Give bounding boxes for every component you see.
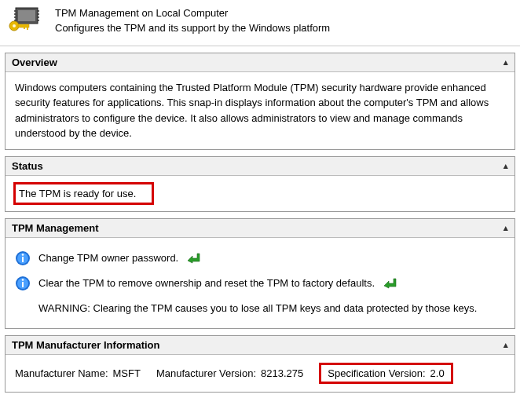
- manufacturer-header[interactable]: TPM Manufacturer Information ▴: [5, 336, 515, 355]
- collapse-arrow-icon: ▴: [504, 223, 508, 233]
- svg-point-11: [13, 24, 16, 27]
- warning-text: WARNING: Clearing the TPM causes you to …: [15, 296, 505, 321]
- header-title: TPM Management on Local Computer: [55, 6, 330, 21]
- overview-title: Overview: [12, 57, 57, 68]
- overview-body: Windows computers containing the Trusted…: [5, 72, 515, 149]
- specification-version-label: Specification Version:: [328, 367, 425, 379]
- svg-rect-14: [24, 27, 25, 29]
- collapse-arrow-icon: ▴: [504, 161, 508, 171]
- manufacturer-version-value: 8213.275: [261, 367, 303, 379]
- collapse-arrow-icon: ▴: [504, 57, 508, 68]
- manufacturer-name-group: Manufacturer Name: MSFT: [15, 367, 141, 379]
- info-icon: [15, 276, 31, 291]
- action-arrow-icon: [186, 253, 200, 264]
- svg-rect-12: [18, 24, 29, 27]
- svg-rect-13: [27, 27, 28, 30]
- specification-version-value: 2.0: [430, 367, 445, 379]
- manufacturer-version-group: Manufacturer Version: 8213.275: [156, 367, 303, 379]
- collapse-arrow-icon: ▴: [504, 340, 508, 350]
- manufacturer-panel: TPM Manufacturer Information ▴ Manufactu…: [5, 335, 515, 393]
- status-title: Status: [12, 160, 43, 172]
- overview-panel: Overview ▴ Windows computers containing …: [5, 53, 515, 150]
- manufacturer-title: TPM Manufacturer Information: [12, 339, 160, 351]
- header-subtitle: Configures the TPM and its support by th…: [55, 21, 330, 36]
- info-icon: [15, 250, 31, 266]
- svg-rect-1: [18, 10, 35, 21]
- svg-rect-21: [22, 282, 24, 287]
- clear-tpm-label: Clear the TPM to remove ownership and re…: [38, 276, 375, 291]
- tpm-chip-key-icon: [8, 6, 46, 35]
- tpm-management-panel: TPM Management ▴ Change TPM owner passwo…: [5, 218, 515, 330]
- manufacturer-name-value: MSFT: [113, 367, 141, 379]
- tpm-management-header[interactable]: TPM Management ▴: [5, 219, 515, 238]
- overview-header[interactable]: Overview ▴: [5, 53, 515, 72]
- svg-point-18: [22, 254, 24, 256]
- manufacturer-version-label: Manufacturer Version:: [156, 367, 256, 379]
- status-panel: Status ▴ The TPM is ready for use.: [5, 156, 515, 212]
- svg-rect-17: [22, 257, 24, 262]
- change-password-row[interactable]: Change TPM owner password.: [15, 246, 505, 271]
- console-header: TPM Management on Local Computer Configu…: [0, 0, 520, 46]
- action-arrow-icon: [383, 278, 397, 289]
- status-text: The TPM is ready for use.: [13, 182, 154, 205]
- manufacturer-name-label: Manufacturer Name:: [15, 367, 108, 379]
- specification-version-group: Specification Version: 2.0: [319, 363, 452, 384]
- svg-point-22: [22, 279, 24, 281]
- change-password-label: Change TPM owner password.: [38, 250, 178, 266]
- status-header[interactable]: Status ▴: [5, 157, 515, 176]
- tpm-management-title: TPM Management: [12, 222, 99, 234]
- clear-tpm-row[interactable]: Clear the TPM to remove ownership and re…: [15, 271, 505, 296]
